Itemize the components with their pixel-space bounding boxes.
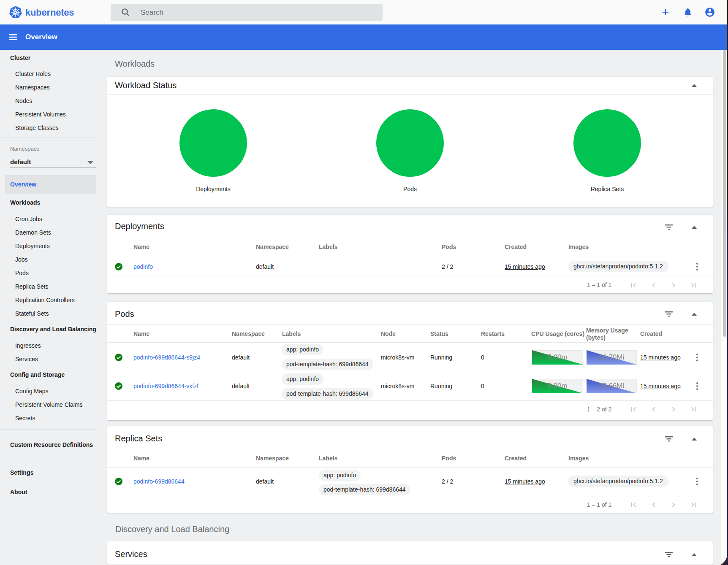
svg-text:5.00m: 5.00m <box>547 382 567 390</box>
svg-text:16.70Mi: 16.70Mi <box>599 353 624 361</box>
svg-text:15.66Mi: 15.66Mi <box>599 382 624 390</box>
svg-text:5.00m: 5.00m <box>547 353 567 361</box>
